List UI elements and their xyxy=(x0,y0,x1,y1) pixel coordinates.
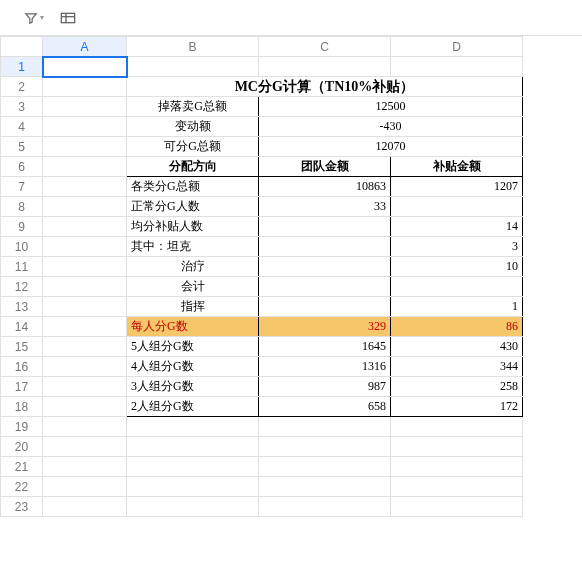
label-per-person[interactable]: 每人分G数 xyxy=(127,317,259,337)
corner-cell[interactable] xyxy=(1,37,43,57)
cell-C19[interactable] xyxy=(259,417,391,437)
label-group2[interactable]: 2人组分G数 xyxy=(127,397,259,417)
cell-B21[interactable] xyxy=(127,457,259,477)
cell-A14[interactable] xyxy=(43,317,127,337)
cell-A15[interactable] xyxy=(43,337,127,357)
value-group2-team[interactable]: 658 xyxy=(259,397,391,417)
cell-B22[interactable] xyxy=(127,477,259,497)
row-header-23[interactable]: 23 xyxy=(1,497,43,517)
col-header-B[interactable]: B xyxy=(127,37,259,57)
label-group4[interactable]: 4人组分G数 xyxy=(127,357,259,377)
cell-D8[interactable] xyxy=(391,197,523,217)
label-tank[interactable]: 其中：坦克 xyxy=(127,237,259,257)
label-total-drop[interactable]: 掉落卖G总额 xyxy=(127,97,259,117)
row-header-20[interactable]: 20 xyxy=(1,437,43,457)
row-header-19[interactable]: 19 xyxy=(1,417,43,437)
col-header-A[interactable]: A xyxy=(43,37,127,57)
col-header-C[interactable]: C xyxy=(259,37,391,57)
spreadsheet[interactable]: A B C D 1 2 MC分G计算（TN10%补贴） 3 掉落卖G总额 125… xyxy=(0,36,582,517)
row-header-4[interactable]: 4 xyxy=(1,117,43,137)
row-header-8[interactable]: 8 xyxy=(1,197,43,217)
cell-A6[interactable] xyxy=(43,157,127,177)
cell-A16[interactable] xyxy=(43,357,127,377)
cell-A12[interactable] xyxy=(43,277,127,297)
cell-D22[interactable] xyxy=(391,477,523,497)
value-group4-team[interactable]: 1316 xyxy=(259,357,391,377)
label-group3[interactable]: 3人组分G数 xyxy=(127,377,259,397)
value-group5-team[interactable]: 1645 xyxy=(259,337,391,357)
value-group4-subsidy[interactable]: 344 xyxy=(391,357,523,377)
cell-C20[interactable] xyxy=(259,437,391,457)
row-header-13[interactable]: 13 xyxy=(1,297,43,317)
value-group5-subsidy[interactable]: 430 xyxy=(391,337,523,357)
cell-A9[interactable] xyxy=(43,217,127,237)
cell-D20[interactable] xyxy=(391,437,523,457)
cell-B23[interactable] xyxy=(127,497,259,517)
value-change[interactable]: -430 xyxy=(259,117,523,137)
value-per-person-subsidy[interactable]: 86 xyxy=(391,317,523,337)
row-header-11[interactable]: 11 xyxy=(1,257,43,277)
cell-D21[interactable] xyxy=(391,457,523,477)
label-change[interactable]: 变动额 xyxy=(127,117,259,137)
row-header-3[interactable]: 3 xyxy=(1,97,43,117)
cell-C11[interactable] xyxy=(259,257,391,277)
cell-C10[interactable] xyxy=(259,237,391,257)
label-commander[interactable]: 指挥 xyxy=(127,297,259,317)
cell-A5[interactable] xyxy=(43,137,127,157)
label-category-total[interactable]: 各类分G总额 xyxy=(127,177,259,197)
cell-A21[interactable] xyxy=(43,457,127,477)
row-header-18[interactable]: 18 xyxy=(1,397,43,417)
value-per-person-team[interactable]: 329 xyxy=(259,317,391,337)
cell-C1[interactable] xyxy=(259,57,391,77)
cell-A20[interactable] xyxy=(43,437,127,457)
title-cell[interactable]: MC分G计算（TN10%补贴） xyxy=(127,77,523,97)
cell-A1[interactable] xyxy=(43,57,127,77)
filter-icon[interactable]: ▾ xyxy=(24,11,44,25)
row-header-1[interactable]: 1 xyxy=(1,57,43,77)
cell-C21[interactable] xyxy=(259,457,391,477)
cell-C22[interactable] xyxy=(259,477,391,497)
cell-C13[interactable] xyxy=(259,297,391,317)
value-avg-subsidy-count[interactable]: 14 xyxy=(391,217,523,237)
value-allocable[interactable]: 12070 xyxy=(259,137,523,157)
cell-A17[interactable] xyxy=(43,377,127,397)
value-group3-subsidy[interactable]: 258 xyxy=(391,377,523,397)
value-total-drop[interactable]: 12500 xyxy=(259,97,523,117)
label-accountant[interactable]: 会计 xyxy=(127,277,259,297)
cell-D1[interactable] xyxy=(391,57,523,77)
col-header-D[interactable]: D xyxy=(391,37,523,57)
row-header-17[interactable]: 17 xyxy=(1,377,43,397)
cell-A3[interactable] xyxy=(43,97,127,117)
row-header-6[interactable]: 6 xyxy=(1,157,43,177)
cell-C23[interactable] xyxy=(259,497,391,517)
row-header-2[interactable]: 2 xyxy=(1,77,43,97)
value-group2-subsidy[interactable]: 172 xyxy=(391,397,523,417)
value-subsidy-total[interactable]: 1207 xyxy=(391,177,523,197)
cell-A4[interactable] xyxy=(43,117,127,137)
cell-C9[interactable] xyxy=(259,217,391,237)
row-header-9[interactable]: 9 xyxy=(1,217,43,237)
cell-A13[interactable] xyxy=(43,297,127,317)
cell-C12[interactable] xyxy=(259,277,391,297)
cell-D12[interactable] xyxy=(391,277,523,297)
cell-A11[interactable] xyxy=(43,257,127,277)
value-tank[interactable]: 3 xyxy=(391,237,523,257)
cell-A18[interactable] xyxy=(43,397,127,417)
hdr-direction[interactable]: 分配方向 xyxy=(127,157,259,177)
cell-D19[interactable] xyxy=(391,417,523,437)
value-group3-team[interactable]: 987 xyxy=(259,377,391,397)
row-header-10[interactable]: 10 xyxy=(1,237,43,257)
row-header-5[interactable]: 5 xyxy=(1,137,43,157)
label-group5[interactable]: 5人组分G数 xyxy=(127,337,259,357)
cell-A19[interactable] xyxy=(43,417,127,437)
row-header-14[interactable]: 14 xyxy=(1,317,43,337)
value-commander[interactable]: 1 xyxy=(391,297,523,317)
value-healer[interactable]: 10 xyxy=(391,257,523,277)
cell-A10[interactable] xyxy=(43,237,127,257)
label-avg-subsidy-count[interactable]: 均分补贴人数 xyxy=(127,217,259,237)
cell-B19[interactable] xyxy=(127,417,259,437)
cell-B1[interactable] xyxy=(127,57,259,77)
row-header-15[interactable]: 15 xyxy=(1,337,43,357)
cell-A8[interactable] xyxy=(43,197,127,217)
row-header-16[interactable]: 16 xyxy=(1,357,43,377)
